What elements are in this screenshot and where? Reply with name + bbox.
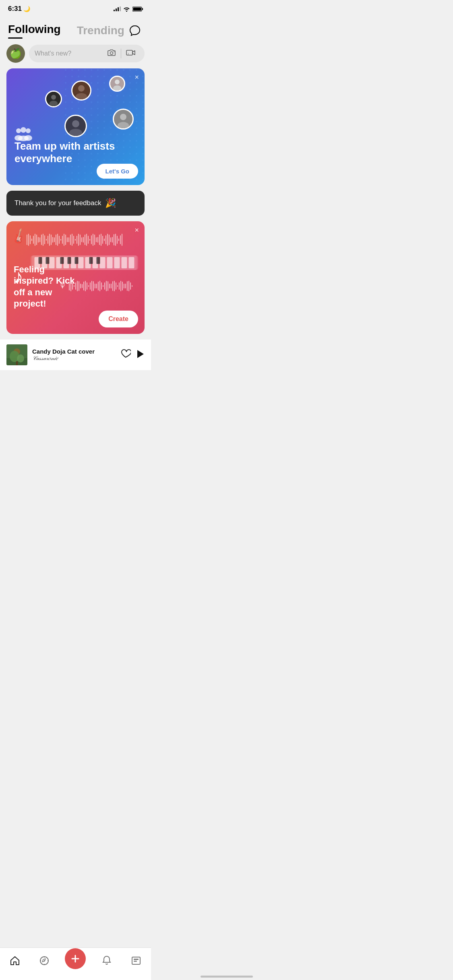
post-placeholder: What's new? — [35, 50, 104, 57]
svg-point-22 — [72, 120, 79, 128]
song-thumbnail — [6, 344, 27, 365]
svg-rect-51 — [97, 257, 100, 264]
apple-icon: 🍏 — [10, 48, 22, 59]
play-button[interactable] — [137, 349, 145, 361]
svg-point-19 — [120, 114, 126, 120]
svg-rect-45 — [39, 257, 42, 264]
svg-point-17 — [113, 85, 121, 91]
blue-banner: × Team up with artists everywhere Let's … — [6, 68, 145, 185]
blue-banner-button[interactable]: Let's Go — [97, 164, 138, 179]
svg-point-13 — [78, 85, 85, 92]
battery-icon — [132, 6, 143, 12]
signal-icon — [114, 6, 121, 11]
svg-rect-40 — [100, 257, 105, 268]
avatar-float-2 — [45, 91, 62, 107]
svg-point-10 — [51, 95, 56, 100]
song-info: Candy Doja Cat cover 𝒞𝒶𝓈𝓈𝒶𝓇𝑜𝓃𝒾𝑒 — [32, 348, 116, 362]
svg-point-25 — [21, 127, 26, 133]
svg-point-56 — [17, 354, 24, 362]
song-title: Candy Doja Cat cover — [32, 348, 116, 355]
status-bar: 6:31 🌙 — [0, 0, 151, 16]
toast-message: Thank you for your feedback — [14, 199, 101, 207]
svg-point-24 — [16, 128, 21, 133]
video-icon[interactable]: ♪ — [123, 49, 139, 58]
blue-banner-close-button[interactable]: × — [134, 73, 139, 82]
camera-icon[interactable] — [104, 49, 119, 58]
svg-rect-57 — [16, 361, 18, 365]
toast-emoji: 🎉 — [105, 198, 116, 208]
tab-following[interactable]: Following — [8, 23, 69, 39]
avatar-float-4 — [113, 109, 134, 130]
svg-rect-44 — [129, 257, 134, 268]
red-banner-close-button[interactable]: × — [134, 226, 139, 235]
post-input-row: 🍏 What's new? ♪ — [0, 39, 151, 68]
status-icons — [114, 6, 143, 12]
avatar-float-3 — [109, 76, 125, 92]
svg-point-20 — [117, 122, 128, 129]
red-banner: × 🎸 // Generate waveform bars inline via… — [6, 221, 145, 334]
like-button[interactable] — [120, 349, 131, 361]
waveform-top: // Generate waveform bars inline via JS … — [27, 233, 138, 247]
svg-rect-46 — [46, 257, 50, 264]
toast: Thank you for your feedback 🎉 — [6, 191, 145, 216]
song-artist: 𝒞𝒶𝓈𝓈𝒶𝓇𝑜𝓃𝒾𝑒 — [32, 355, 116, 362]
avatar-float-1 — [71, 80, 91, 101]
svg-rect-41 — [107, 257, 113, 268]
svg-rect-1 — [142, 8, 143, 10]
svg-point-14 — [76, 93, 87, 100]
svg-point-23 — [69, 129, 82, 137]
svg-rect-50 — [89, 257, 93, 264]
guitar-icon: 🎸 — [10, 227, 29, 246]
svg-rect-2 — [133, 7, 141, 10]
tab-following-underline — [8, 37, 23, 39]
svg-point-26 — [26, 128, 31, 133]
wifi-icon — [123, 6, 130, 12]
svg-rect-48 — [68, 257, 71, 264]
svg-rect-42 — [114, 257, 120, 268]
tab-trending[interactable]: Trending — [77, 24, 124, 37]
blue-banner-title: Team up with artists everywhere — [14, 140, 137, 165]
svg-point-16 — [115, 80, 120, 84]
chat-button[interactable] — [127, 23, 143, 39]
input-divider — [121, 49, 121, 58]
avatar-float-5 — [64, 115, 87, 137]
svg-point-4 — [114, 51, 115, 52]
svg-rect-49 — [75, 257, 79, 264]
svg-text:♪: ♪ — [128, 51, 129, 55]
header: Following Trending — [0, 16, 151, 39]
input-icons: ♪ — [104, 49, 139, 58]
song-row: Candy Doja Cat cover 𝒞𝒶𝓈𝓈𝒶𝓇𝑜𝓃𝒾𝑒 — [0, 340, 151, 370]
svg-point-3 — [110, 51, 113, 54]
song-actions — [120, 349, 145, 361]
red-banner-title: Feeling inspired? Kick off a new project… — [14, 264, 80, 310]
status-time: 6:31 🌙 — [8, 5, 30, 13]
svg-rect-47 — [60, 257, 64, 264]
user-avatar: 🍏 — [6, 44, 25, 63]
post-input-box[interactable]: What's new? ♪ — [29, 45, 145, 62]
svg-point-11 — [50, 101, 58, 106]
svg-rect-43 — [122, 257, 127, 268]
moon-icon: 🌙 — [23, 6, 30, 12]
red-banner-button[interactable]: Create — [99, 311, 138, 327]
